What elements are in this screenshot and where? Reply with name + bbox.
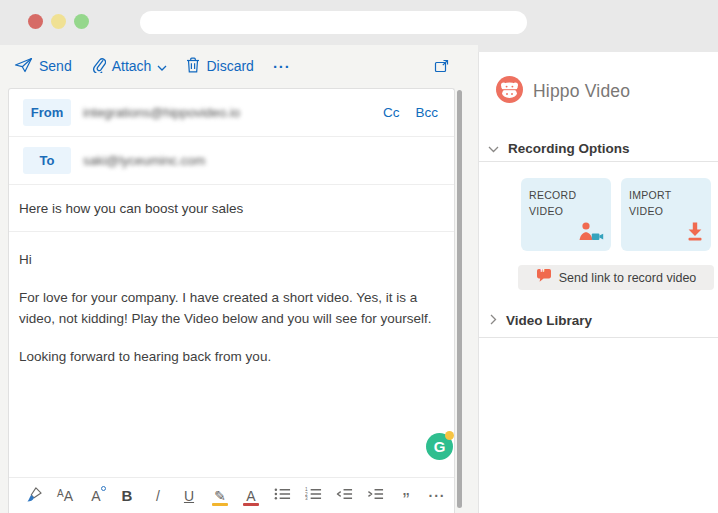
mail-toolbar: Send Attach Discard ··· bbox=[0, 45, 478, 87]
vertical-scrollbar[interactable] bbox=[457, 90, 462, 508]
blockquote-button[interactable]: ” bbox=[395, 484, 417, 508]
font-color-button[interactable]: A bbox=[240, 484, 262, 508]
chevron-down-icon bbox=[157, 58, 167, 74]
browser-chrome bbox=[0, 0, 718, 45]
window-zoom-button[interactable] bbox=[74, 14, 89, 29]
bullet-list-icon bbox=[274, 487, 291, 504]
compose-card: From integrations@hippovideo.io Cc Bcc T… bbox=[8, 88, 455, 513]
hippo-video-logo bbox=[496, 76, 523, 107]
chevron-right-icon bbox=[490, 311, 497, 329]
from-row: From integrations@hippovideo.io Cc Bcc bbox=[9, 89, 454, 137]
decrease-indent-icon bbox=[336, 487, 353, 504]
body-paragraph-1: For love for your company. I have create… bbox=[19, 288, 444, 330]
font-color-icon: A bbox=[246, 488, 255, 504]
cc-bcc-group: Cc Bcc bbox=[383, 105, 442, 120]
window-minimize-button[interactable] bbox=[51, 14, 66, 29]
from-address[interactable]: integrations@hippovideo.io bbox=[83, 105, 240, 120]
to-address[interactable]: saki@lyceuminc.com bbox=[83, 153, 205, 168]
window-close-button[interactable] bbox=[28, 14, 43, 29]
address-bar[interactable] bbox=[140, 11, 527, 34]
bold-button[interactable]: B bbox=[116, 484, 138, 508]
discard-label: Discard bbox=[206, 58, 253, 74]
recording-options-title: Recording Options bbox=[508, 141, 630, 156]
attach-button[interactable]: Attach bbox=[91, 56, 168, 76]
panel-top-gap bbox=[478, 45, 718, 52]
underline-button[interactable]: U bbox=[178, 484, 200, 508]
record-video-card[interactable]: RECORD VIDEO bbox=[521, 178, 611, 251]
font-size-adjust-mark bbox=[101, 486, 106, 491]
more-formatting-button[interactable]: ··· bbox=[426, 484, 448, 508]
svg-text:”: ” bbox=[540, 268, 545, 279]
font-button[interactable]: AA bbox=[54, 484, 76, 508]
font-size-icon: A bbox=[91, 488, 100, 504]
discard-button[interactable]: Discard bbox=[186, 57, 253, 76]
recording-cards: RECORD VIDEO IMPORT VIDEO bbox=[521, 178, 711, 251]
record-person-camera-icon bbox=[578, 221, 604, 245]
mail-compose-area: Send Attach Discard ··· bbox=[0, 45, 478, 513]
record-video-label: RECORD VIDEO bbox=[529, 187, 589, 220]
attach-label: Attach bbox=[112, 58, 152, 74]
more-commands-button[interactable]: ··· bbox=[273, 58, 291, 75]
video-library-section-header[interactable]: Video Library bbox=[479, 310, 718, 330]
font-size-button[interactable]: A bbox=[85, 484, 107, 508]
send-label: Send bbox=[39, 58, 72, 74]
highlight-button[interactable]: ✎ bbox=[209, 484, 231, 508]
app-window: Send Attach Discard ··· bbox=[0, 0, 718, 513]
trash-icon bbox=[186, 57, 200, 76]
increase-indent-button[interactable] bbox=[364, 484, 386, 508]
panel-header: Hippo Video bbox=[496, 76, 630, 107]
cc-button[interactable]: Cc bbox=[383, 105, 400, 120]
bullet-list-button[interactable] bbox=[271, 484, 293, 508]
from-button[interactable]: From bbox=[23, 99, 71, 126]
highlight-color-bar bbox=[212, 503, 228, 506]
send-link-label: Send link to record video bbox=[559, 271, 697, 285]
grammarly-letter: G bbox=[434, 438, 446, 455]
chevron-down-icon bbox=[488, 139, 499, 157]
video-library-title: Video Library bbox=[506, 313, 592, 328]
send-icon bbox=[14, 57, 33, 76]
grammarly-badge[interactable]: G bbox=[426, 433, 453, 460]
recording-options-section-header[interactable]: Recording Options bbox=[479, 138, 718, 158]
bcc-button[interactable]: Bcc bbox=[415, 105, 438, 120]
body-greeting: Hi bbox=[19, 250, 444, 271]
divider bbox=[479, 337, 718, 338]
import-video-card[interactable]: IMPORT VIDEO bbox=[621, 178, 711, 251]
format-painter-button[interactable] bbox=[23, 484, 45, 508]
chat-bubble-icon: ” bbox=[536, 268, 552, 287]
hippo-video-panel: Hippo Video Recording Options RECORD VID… bbox=[478, 52, 718, 513]
divider bbox=[479, 161, 718, 162]
app-name: Hippo Video bbox=[533, 81, 630, 102]
numbered-list-button[interactable]: 123 bbox=[302, 484, 324, 508]
send-link-to-record-button[interactable]: ” Send link to record video bbox=[518, 265, 714, 290]
format-painter-icon bbox=[26, 486, 43, 506]
send-button[interactable]: Send bbox=[14, 57, 72, 76]
highlight-pen-icon: ✎ bbox=[214, 488, 226, 504]
font-icon: A bbox=[57, 488, 64, 499]
to-button[interactable]: To bbox=[23, 147, 71, 174]
italic-button[interactable]: / bbox=[147, 484, 169, 508]
decrease-indent-button[interactable] bbox=[333, 484, 355, 508]
import-video-label: IMPORT VIDEO bbox=[629, 187, 689, 220]
import-download-icon bbox=[686, 221, 704, 245]
svg-text:3: 3 bbox=[305, 496, 308, 501]
message-body-editor[interactable]: Hi For love for your company. I have cre… bbox=[9, 232, 454, 484]
body-paragraph-2: Looking forward to hearing back from you… bbox=[19, 347, 444, 368]
numbered-list-icon: 123 bbox=[305, 487, 322, 504]
to-row: To saki@lyceuminc.com bbox=[9, 137, 454, 185]
increase-indent-icon bbox=[367, 487, 384, 504]
subject-input[interactable]: Here is how you can boost your sales bbox=[9, 185, 454, 232]
font-color-bar bbox=[243, 503, 259, 506]
open-in-new-window-button[interactable] bbox=[434, 58, 450, 78]
formatting-toolbar: AA A B / U ✎ A bbox=[9, 477, 454, 513]
paperclip-icon bbox=[91, 56, 106, 76]
